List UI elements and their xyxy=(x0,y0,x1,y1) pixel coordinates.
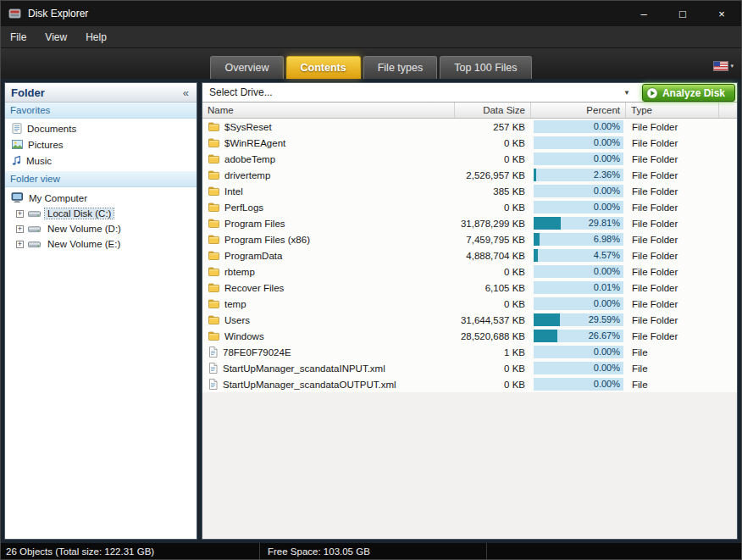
cell-percent: 0.00% xyxy=(531,152,626,165)
minimize-button[interactable]: – xyxy=(624,1,663,26)
percent-label: 0.01% xyxy=(594,281,620,294)
chevron-down-icon: ▼ xyxy=(623,89,630,97)
tab-file-types[interactable]: File types xyxy=(363,56,438,79)
tree-item-drive[interactable]: +New Volume (D:) xyxy=(5,221,197,236)
menu-file[interactable]: File xyxy=(1,27,36,47)
table-row[interactable]: $SysReset257 KB0.00%File Folder xyxy=(202,119,737,135)
tab-top-100-files[interactable]: Top 100 Files xyxy=(440,56,531,79)
folder-icon xyxy=(208,235,219,244)
cell-data-size: 0 KB xyxy=(455,267,531,277)
cell-percent: 0.01% xyxy=(531,281,626,294)
table-body: $SysReset257 KB0.00%File Folder$WinREAge… xyxy=(202,119,737,392)
music-icon xyxy=(12,155,21,166)
drive-list: +Local Disk (C:)+New Volume (D:)+New Vol… xyxy=(5,206,197,252)
table-row[interactable]: rbtemp0 KB0.00%File Folder xyxy=(202,263,737,280)
tab-overview[interactable]: Overview xyxy=(210,56,283,79)
statusbar: 26 Objects (Total size: 122.31 GB) Free … xyxy=(1,543,741,559)
table-row[interactable]: $WinREAgent0 KB0.00%File Folder xyxy=(202,135,737,151)
cell-data-size: 0 KB xyxy=(455,299,531,309)
window-title: Disk Explorer xyxy=(28,8,88,19)
expand-icon[interactable]: + xyxy=(16,225,24,233)
table-row[interactable]: StartUpManager_scandataOUTPUT.xml0 KB0.0… xyxy=(202,376,737,392)
cell-type: File Folder xyxy=(626,251,678,261)
cell-type: File Folder xyxy=(626,299,678,309)
table-row[interactable]: temp0 KB0.00%File Folder xyxy=(202,296,737,312)
cell-name: StartUpManager_scandataOUTPUT.xml xyxy=(202,379,455,390)
folder-icon xyxy=(208,122,219,131)
table-row[interactable]: StartUpManager_scandataINPUT.xml0 KB0.00… xyxy=(202,360,737,376)
menu-view[interactable]: View xyxy=(36,27,76,47)
table-row[interactable]: PerfLogs0 KB0.00%File Folder xyxy=(202,199,737,215)
cell-type: File Folder xyxy=(626,235,678,245)
percent-label: 0.00% xyxy=(594,201,620,213)
column-header-type[interactable]: Type xyxy=(626,103,719,118)
table-row[interactable]: Program Files (x86)7,459,795 KB6.98%File… xyxy=(202,231,737,247)
folder-tree: My Computer +Local Disk (C:)+New Volume … xyxy=(5,187,197,252)
cell-type: File xyxy=(626,380,648,390)
cell-percent: 4.57% xyxy=(531,249,626,262)
cell-type: File Folder xyxy=(626,154,678,164)
analyze-disk-label: Analyze Disk xyxy=(662,87,725,99)
cell-name: temp xyxy=(202,299,455,309)
cell-type: File Folder xyxy=(626,138,678,148)
drive-icon xyxy=(28,225,41,234)
menu-help[interactable]: Help xyxy=(76,27,116,47)
table-row[interactable]: Intel385 KB0.00%File Folder xyxy=(202,183,737,199)
table-row[interactable]: ProgramData4,888,704 KB4.57%File Folder xyxy=(202,247,737,263)
cell-name: $WinREAgent xyxy=(202,138,455,148)
cell-name: StartUpManager_scandataINPUT.xml xyxy=(202,363,455,374)
cell-percent: 26.67% xyxy=(531,330,626,342)
table-row[interactable]: Program Files31,878,299 KB29.81%File Fol… xyxy=(202,215,737,231)
cell-data-size: 385 KB xyxy=(455,186,531,197)
table-row[interactable]: adobeTemp0 KB0.00%File Folder xyxy=(202,151,737,167)
table-row[interactable]: Recover Files6,105 KB0.01%File Folder xyxy=(202,280,737,296)
analyze-disk-button[interactable]: Analyze Disk xyxy=(642,84,735,102)
file-name-label: $SysReset xyxy=(224,122,272,132)
cell-type: File xyxy=(626,347,648,358)
column-header-name[interactable]: Name xyxy=(202,103,455,118)
percent-label: 29.81% xyxy=(589,217,620,230)
tab-contents[interactable]: Contents xyxy=(286,56,361,79)
table-row[interactable]: 78FE0F79024E1 KB0.00%File xyxy=(202,344,737,360)
folder-sidebar: Folder « Favorites DocumentsPicturesMusi… xyxy=(4,82,197,540)
sidebar-item-documents[interactable]: Documents xyxy=(5,120,197,136)
file-name-label: rbtemp xyxy=(224,267,255,277)
cell-name: 78FE0F79024E xyxy=(202,347,455,358)
column-header-percent[interactable]: Percent xyxy=(531,103,626,118)
cell-percent: 0.00% xyxy=(531,297,626,310)
file-name-label: StartUpManager_scandataINPUT.xml xyxy=(223,363,385,374)
cell-name: Program Files (x86) xyxy=(202,235,455,245)
file-name-label: Users xyxy=(224,315,250,325)
table-row[interactable]: drivertemp2,526,957 KB2.36%File Folder xyxy=(202,167,737,183)
cell-type: File Folder xyxy=(626,202,678,213)
tree-item-drive[interactable]: +Local Disk (C:) xyxy=(5,206,197,221)
computer-icon xyxy=(11,192,24,203)
cell-percent: 29.59% xyxy=(531,313,626,326)
table-row[interactable]: Windows28,520,688 KB26.67%File Folder xyxy=(202,328,737,344)
file-name-label: Program Files xyxy=(224,219,285,229)
cell-data-size: 31,878,299 KB xyxy=(455,219,531,229)
expand-icon[interactable]: + xyxy=(16,210,24,218)
tree-item-drive[interactable]: +New Volume (E:) xyxy=(5,236,197,252)
percent-label: 26.67% xyxy=(589,330,620,342)
close-button[interactable]: × xyxy=(702,1,741,26)
sidebar-item-label: Pictures xyxy=(28,140,64,150)
cell-name: adobeTemp xyxy=(202,154,455,164)
file-name-label: drivertemp xyxy=(224,170,270,180)
collapse-sidebar-button[interactable]: « xyxy=(181,86,191,99)
play-icon xyxy=(646,87,658,99)
cell-type: File Folder xyxy=(626,122,678,132)
cell-type: File Folder xyxy=(626,283,678,293)
tree-item-my-computer[interactable]: My Computer xyxy=(5,190,197,206)
cell-data-size: 0 KB xyxy=(455,138,531,148)
language-selector[interactable]: ▾ xyxy=(713,61,734,71)
column-header-data-size[interactable]: Data Size xyxy=(455,103,531,118)
sidebar-item-pictures[interactable]: Pictures xyxy=(5,136,197,152)
content-area: Folder « Favorites DocumentsPicturesMusi… xyxy=(1,79,741,543)
folder-icon xyxy=(208,283,219,292)
sidebar-item-music[interactable]: Music xyxy=(5,152,197,169)
maximize-button[interactable]: □ xyxy=(663,1,702,26)
table-row[interactable]: Users31,644,537 KB29.59%File Folder xyxy=(202,312,737,328)
cell-data-size: 7,459,795 KB xyxy=(455,235,531,245)
expand-icon[interactable]: + xyxy=(16,241,24,248)
